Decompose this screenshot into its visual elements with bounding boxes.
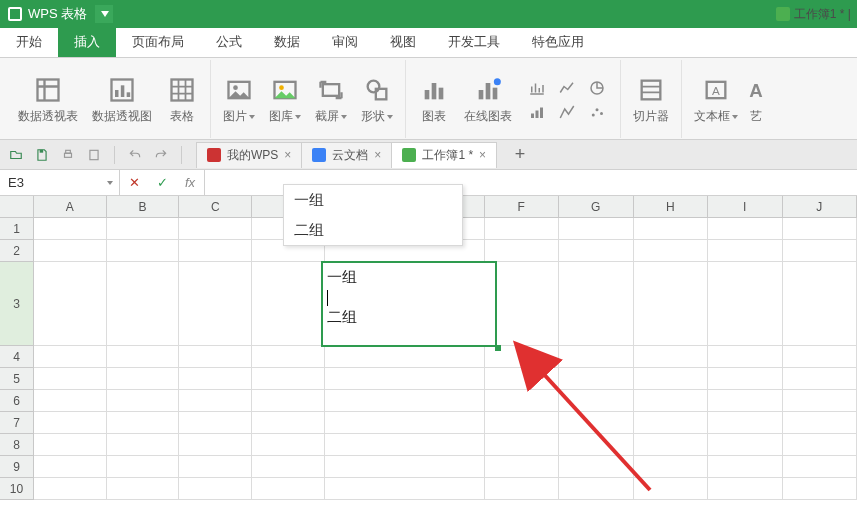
cell-F6[interactable] [485,390,560,412]
cell-F7[interactable] [485,412,560,434]
row-header-6[interactable]: 6 [0,390,34,412]
row-header-3[interactable]: 3 [0,262,34,346]
cell-C6[interactable] [179,390,252,412]
cell-D6[interactable] [252,390,325,412]
row-header-5[interactable]: 5 [0,368,34,390]
cell-D7[interactable] [252,412,325,434]
cell-G9[interactable] [559,456,634,478]
cell-I2[interactable] [708,240,783,262]
cell-G4[interactable] [559,346,634,368]
menu-tab-0[interactable]: 开始 [0,27,58,57]
cell-F2[interactable] [485,240,560,262]
cell-H7[interactable] [634,412,709,434]
cell-H6[interactable] [634,390,709,412]
cell-I5[interactable] [708,368,783,390]
cell-H10[interactable] [634,478,709,500]
cell-E7[interactable] [325,412,485,434]
chart-button[interactable]: 图表 [412,74,456,125]
cell-I7[interactable] [708,412,783,434]
row-header-8[interactable]: 8 [0,434,34,456]
cell-H2[interactable] [634,240,709,262]
cell-I6[interactable] [708,390,783,412]
qat-open[interactable] [6,145,26,165]
cell-A5[interactable] [34,368,107,390]
cell-C10[interactable] [179,478,252,500]
slicer-button[interactable]: 切片器 [627,74,675,125]
doc-tab-0[interactable]: 我的WPS× [196,142,302,168]
cell-J8[interactable] [783,434,857,456]
gallery-button[interactable]: 图库 [263,74,307,125]
mini-chart-3[interactable] [584,77,610,99]
qat-undo[interactable] [125,145,145,165]
cell-D9[interactable] [252,456,325,478]
cell-B4[interactable] [107,346,180,368]
menu-tab-2[interactable]: 页面布局 [116,27,200,57]
cell-C4[interactable] [179,346,252,368]
cell-A3[interactable] [34,262,107,346]
cell-A1[interactable] [34,218,107,240]
cell-C5[interactable] [179,368,252,390]
cell-I10[interactable] [708,478,783,500]
row-header-2[interactable]: 2 [0,240,34,262]
cell-B9[interactable] [107,456,180,478]
cell-E8[interactable] [325,434,485,456]
app-menu-caret[interactable] [95,5,113,23]
cell-E5[interactable] [325,368,485,390]
cell-A2[interactable] [34,240,107,262]
menu-tab-5[interactable]: 审阅 [316,27,374,57]
cell-H5[interactable] [634,368,709,390]
cell-F10[interactable] [485,478,560,500]
formula-cancel-button[interactable]: ✕ [120,175,148,190]
cell-H9[interactable] [634,456,709,478]
cell-H3[interactable] [634,262,709,346]
cell-C3[interactable] [179,262,252,346]
textbox-button[interactable]: A 文本框 [688,74,744,125]
row-header-1[interactable]: 1 [0,218,34,240]
menu-tab-4[interactable]: 数据 [258,27,316,57]
cell-D5[interactable] [252,368,325,390]
col-header-H[interactable]: H [634,196,709,218]
select-all-corner[interactable] [0,196,34,218]
cell-E10[interactable] [325,478,485,500]
suggestion-item-1[interactable]: 二组 [284,215,462,245]
cell-J10[interactable] [783,478,857,500]
col-header-B[interactable]: B [107,196,180,218]
qat-preview[interactable] [84,145,104,165]
cell-E9[interactable] [325,456,485,478]
cell-I4[interactable] [708,346,783,368]
col-header-C[interactable]: C [179,196,252,218]
shapes-button[interactable]: 形状 [355,74,399,125]
screenshot-button[interactable]: 截屏 [309,74,353,125]
row-header-7[interactable]: 7 [0,412,34,434]
cell-B1[interactable] [107,218,180,240]
close-icon[interactable]: × [284,148,291,162]
cell-B6[interactable] [107,390,180,412]
cell-J9[interactable] [783,456,857,478]
row-header-4[interactable]: 4 [0,346,34,368]
cell-G10[interactable] [559,478,634,500]
cell-E4[interactable] [325,346,485,368]
fx-button[interactable]: fx [176,175,204,190]
cell-A10[interactable] [34,478,107,500]
online-chart-button[interactable]: 在线图表 [458,74,518,125]
qat-save[interactable] [32,145,52,165]
cell-D10[interactable] [252,478,325,500]
mini-chart-2[interactable] [554,77,580,99]
cell-G5[interactable] [559,368,634,390]
cell-F5[interactable] [485,368,560,390]
row-header-9[interactable]: 9 [0,456,34,478]
cell-J3[interactable] [783,262,857,346]
cell-G3[interactable] [559,262,634,346]
cell-G8[interactable] [559,434,634,456]
cell-J6[interactable] [783,390,857,412]
cell-I1[interactable] [708,218,783,240]
cell-D4[interactable] [252,346,325,368]
doc-tab-2[interactable]: 工作簿1 *× [391,142,497,168]
cell-E6[interactable] [325,390,485,412]
menu-tab-1[interactable]: 插入 [58,27,116,57]
cell-I9[interactable] [708,456,783,478]
picture-button[interactable]: 图片 [217,74,261,125]
cell-J1[interactable] [783,218,857,240]
cell-A8[interactable] [34,434,107,456]
qat-redo[interactable] [151,145,171,165]
